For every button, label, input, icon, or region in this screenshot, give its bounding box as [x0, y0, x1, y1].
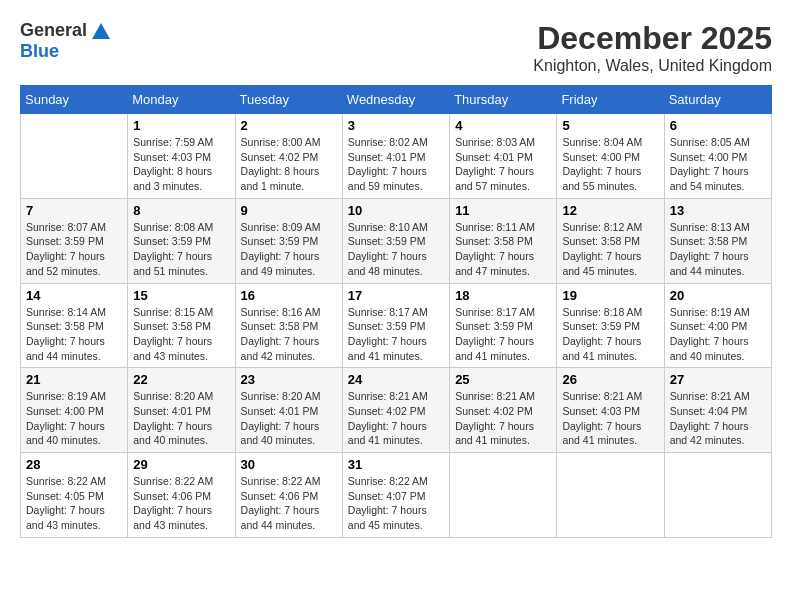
logo-blue-text: Blue	[20, 41, 59, 62]
day-number: 13	[670, 203, 766, 218]
day-number: 14	[26, 288, 122, 303]
cell-content: Sunrise: 8:08 AMSunset: 3:59 PMDaylight:…	[133, 220, 229, 279]
month-title: December 2025	[533, 20, 772, 57]
cell-content: Sunrise: 8:21 AMSunset: 4:03 PMDaylight:…	[562, 389, 658, 448]
cell-content: Sunrise: 8:21 AMSunset: 4:02 PMDaylight:…	[455, 389, 551, 448]
day-number: 5	[562, 118, 658, 133]
logo: General Blue	[20, 20, 110, 62]
calendar-cell: 22Sunrise: 8:20 AMSunset: 4:01 PMDayligh…	[128, 368, 235, 453]
day-number: 20	[670, 288, 766, 303]
calendar-cell: 24Sunrise: 8:21 AMSunset: 4:02 PMDayligh…	[342, 368, 449, 453]
calendar-cell: 8Sunrise: 8:08 AMSunset: 3:59 PMDaylight…	[128, 198, 235, 283]
calendar-cell: 6Sunrise: 8:05 AMSunset: 4:00 PMDaylight…	[664, 114, 771, 199]
cell-content: Sunrise: 8:22 AMSunset: 4:06 PMDaylight:…	[133, 474, 229, 533]
cell-content: Sunrise: 8:19 AMSunset: 4:00 PMDaylight:…	[26, 389, 122, 448]
cell-content: Sunrise: 8:22 AMSunset: 4:06 PMDaylight:…	[241, 474, 337, 533]
day-number: 27	[670, 372, 766, 387]
cell-content: Sunrise: 8:21 AMSunset: 4:02 PMDaylight:…	[348, 389, 444, 448]
calendar-cell: 16Sunrise: 8:16 AMSunset: 3:58 PMDayligh…	[235, 283, 342, 368]
calendar-cell: 5Sunrise: 8:04 AMSunset: 4:00 PMDaylight…	[557, 114, 664, 199]
logo-general-text: General	[20, 20, 87, 41]
day-number: 1	[133, 118, 229, 133]
cell-content: Sunrise: 7:59 AMSunset: 4:03 PMDaylight:…	[133, 135, 229, 194]
cell-content: Sunrise: 8:15 AMSunset: 3:58 PMDaylight:…	[133, 305, 229, 364]
day-number: 28	[26, 457, 122, 472]
header-cell-sunday: Sunday	[21, 86, 128, 114]
day-number: 24	[348, 372, 444, 387]
header-cell-wednesday: Wednesday	[342, 86, 449, 114]
calendar-cell: 1Sunrise: 7:59 AMSunset: 4:03 PMDaylight…	[128, 114, 235, 199]
calendar-table: SundayMondayTuesdayWednesdayThursdayFrid…	[20, 85, 772, 538]
cell-content: Sunrise: 8:10 AMSunset: 3:59 PMDaylight:…	[348, 220, 444, 279]
cell-content: Sunrise: 8:03 AMSunset: 4:01 PMDaylight:…	[455, 135, 551, 194]
cell-content: Sunrise: 8:11 AMSunset: 3:58 PMDaylight:…	[455, 220, 551, 279]
calendar-cell: 23Sunrise: 8:20 AMSunset: 4:01 PMDayligh…	[235, 368, 342, 453]
cell-content: Sunrise: 8:07 AMSunset: 3:59 PMDaylight:…	[26, 220, 122, 279]
day-number: 15	[133, 288, 229, 303]
day-number: 11	[455, 203, 551, 218]
header-cell-tuesday: Tuesday	[235, 86, 342, 114]
day-number: 8	[133, 203, 229, 218]
cell-content: Sunrise: 8:22 AMSunset: 4:07 PMDaylight:…	[348, 474, 444, 533]
calendar-cell: 25Sunrise: 8:21 AMSunset: 4:02 PMDayligh…	[450, 368, 557, 453]
day-number: 19	[562, 288, 658, 303]
calendar-cell: 20Sunrise: 8:19 AMSunset: 4:00 PMDayligh…	[664, 283, 771, 368]
calendar-week-3: 14Sunrise: 8:14 AMSunset: 3:58 PMDayligh…	[21, 283, 772, 368]
location-text: Knighton, Wales, United Kingdom	[533, 57, 772, 75]
day-number: 7	[26, 203, 122, 218]
calendar-cell: 2Sunrise: 8:00 AMSunset: 4:02 PMDaylight…	[235, 114, 342, 199]
calendar-cell: 15Sunrise: 8:15 AMSunset: 3:58 PMDayligh…	[128, 283, 235, 368]
day-number: 4	[455, 118, 551, 133]
calendar-cell: 11Sunrise: 8:11 AMSunset: 3:58 PMDayligh…	[450, 198, 557, 283]
day-number: 3	[348, 118, 444, 133]
calendar-cell	[21, 114, 128, 199]
calendar-cell: 28Sunrise: 8:22 AMSunset: 4:05 PMDayligh…	[21, 453, 128, 538]
day-number: 9	[241, 203, 337, 218]
calendar-week-5: 28Sunrise: 8:22 AMSunset: 4:05 PMDayligh…	[21, 453, 772, 538]
calendar-cell: 12Sunrise: 8:12 AMSunset: 3:58 PMDayligh…	[557, 198, 664, 283]
calendar-week-4: 21Sunrise: 8:19 AMSunset: 4:00 PMDayligh…	[21, 368, 772, 453]
cell-content: Sunrise: 8:21 AMSunset: 4:04 PMDaylight:…	[670, 389, 766, 448]
calendar-cell: 17Sunrise: 8:17 AMSunset: 3:59 PMDayligh…	[342, 283, 449, 368]
calendar-cell: 31Sunrise: 8:22 AMSunset: 4:07 PMDayligh…	[342, 453, 449, 538]
cell-content: Sunrise: 8:14 AMSunset: 3:58 PMDaylight:…	[26, 305, 122, 364]
cell-content: Sunrise: 8:17 AMSunset: 3:59 PMDaylight:…	[455, 305, 551, 364]
day-number: 22	[133, 372, 229, 387]
cell-content: Sunrise: 8:00 AMSunset: 4:02 PMDaylight:…	[241, 135, 337, 194]
calendar-cell: 13Sunrise: 8:13 AMSunset: 3:58 PMDayligh…	[664, 198, 771, 283]
day-number: 6	[670, 118, 766, 133]
cell-content: Sunrise: 8:05 AMSunset: 4:00 PMDaylight:…	[670, 135, 766, 194]
day-number: 30	[241, 457, 337, 472]
day-number: 23	[241, 372, 337, 387]
page-header: General Blue December 2025 Knighton, Wal…	[20, 20, 772, 75]
calendar-cell: 21Sunrise: 8:19 AMSunset: 4:00 PMDayligh…	[21, 368, 128, 453]
calendar-cell: 7Sunrise: 8:07 AMSunset: 3:59 PMDaylight…	[21, 198, 128, 283]
header-cell-monday: Monday	[128, 86, 235, 114]
calendar-cell: 9Sunrise: 8:09 AMSunset: 3:59 PMDaylight…	[235, 198, 342, 283]
day-number: 18	[455, 288, 551, 303]
day-number: 12	[562, 203, 658, 218]
calendar-cell	[450, 453, 557, 538]
header-cell-saturday: Saturday	[664, 86, 771, 114]
calendar-week-2: 7Sunrise: 8:07 AMSunset: 3:59 PMDaylight…	[21, 198, 772, 283]
calendar-cell: 29Sunrise: 8:22 AMSunset: 4:06 PMDayligh…	[128, 453, 235, 538]
cell-content: Sunrise: 8:18 AMSunset: 3:59 PMDaylight:…	[562, 305, 658, 364]
calendar-cell: 4Sunrise: 8:03 AMSunset: 4:01 PMDaylight…	[450, 114, 557, 199]
calendar-body: 1Sunrise: 7:59 AMSunset: 4:03 PMDaylight…	[21, 114, 772, 538]
day-number: 25	[455, 372, 551, 387]
day-number: 29	[133, 457, 229, 472]
header-cell-thursday: Thursday	[450, 86, 557, 114]
cell-content: Sunrise: 8:20 AMSunset: 4:01 PMDaylight:…	[133, 389, 229, 448]
calendar-cell	[557, 453, 664, 538]
day-number: 16	[241, 288, 337, 303]
cell-content: Sunrise: 8:20 AMSunset: 4:01 PMDaylight:…	[241, 389, 337, 448]
calendar-cell: 19Sunrise: 8:18 AMSunset: 3:59 PMDayligh…	[557, 283, 664, 368]
calendar-cell: 14Sunrise: 8:14 AMSunset: 3:58 PMDayligh…	[21, 283, 128, 368]
calendar-cell: 30Sunrise: 8:22 AMSunset: 4:06 PMDayligh…	[235, 453, 342, 538]
cell-content: Sunrise: 8:16 AMSunset: 3:58 PMDaylight:…	[241, 305, 337, 364]
header-cell-friday: Friday	[557, 86, 664, 114]
calendar-cell	[664, 453, 771, 538]
day-number: 26	[562, 372, 658, 387]
cell-content: Sunrise: 8:12 AMSunset: 3:58 PMDaylight:…	[562, 220, 658, 279]
cell-content: Sunrise: 8:19 AMSunset: 4:00 PMDaylight:…	[670, 305, 766, 364]
